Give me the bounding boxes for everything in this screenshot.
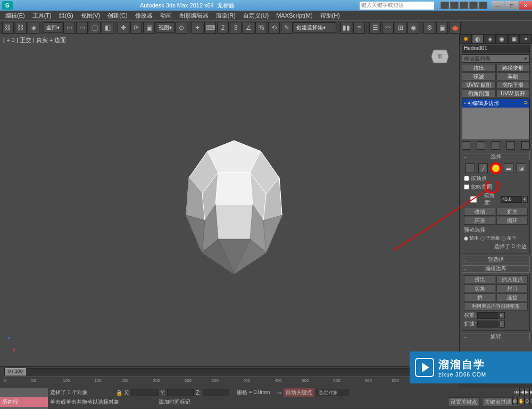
display-tab-icon[interactable]: ▣ <box>508 34 520 44</box>
radio-multi[interactable]: 多个 <box>502 235 517 242</box>
autokey-button[interactable]: 自动关键点 <box>284 388 314 397</box>
menu-item[interactable]: 编辑(E) <box>2 12 28 20</box>
extrude-button[interactable]: 挤出 <box>464 275 495 283</box>
menu-item[interactable]: 自定义(U) <box>240 12 272 20</box>
bridge-button[interactable]: 桥 <box>464 293 495 301</box>
preset-button[interactable]: 车削 <box>496 72 530 80</box>
object-name-field[interactable]: Hedra001 <box>462 45 530 53</box>
rollout-header[interactable]: 旋转 <box>462 333 530 340</box>
unique-icon[interactable] <box>492 141 500 150</box>
cap-button[interactable]: 封口 <box>496 284 528 292</box>
by-angle-checkbox[interactable] <box>464 196 483 203</box>
time-handle[interactable]: 0 / 100 <box>5 368 26 375</box>
motion-tab-icon[interactable]: ◉ <box>496 34 508 44</box>
shrink-button[interactable]: 收缩 <box>464 208 495 216</box>
selection-filter[interactable]: 全部 ▾ <box>44 22 62 33</box>
menu-item[interactable]: 图形编辑器 <box>176 12 212 20</box>
spinner-snap-icon[interactable]: ⟲ <box>268 22 280 34</box>
menu-item[interactable]: MAXScript(M) <box>273 12 315 19</box>
scale-icon[interactable]: ▣ <box>143 22 155 34</box>
render-frame-icon[interactable]: ▣ <box>436 22 448 34</box>
grow-button[interactable]: 扩大 <box>496 208 528 216</box>
y-field[interactable] <box>167 389 194 396</box>
next-frame-icon[interactable]: ▶ <box>529 388 533 396</box>
radio-disable[interactable]: 禁用 <box>464 235 479 242</box>
spinner-icon[interactable]: ▴ <box>523 196 528 203</box>
schematic-icon[interactable]: ⊞ <box>395 22 406 34</box>
qa-icon[interactable] <box>469 2 478 9</box>
percent-snap-icon[interactable]: % <box>255 22 267 34</box>
close-button[interactable]: ✕ <box>519 1 532 10</box>
crease-input[interactable] <box>477 321 498 328</box>
menu-item[interactable]: 动画 <box>157 12 175 20</box>
nav-icon[interactable]: ✋ <box>518 397 525 405</box>
hierarchy-tab-icon[interactable]: ◈ <box>484 34 496 44</box>
preset-button[interactable]: 噪波 <box>462 72 496 80</box>
preset-button[interactable]: 倒角剖面 <box>462 89 496 97</box>
config-icon[interactable] <box>521 141 530 150</box>
spinner-icon[interactable]: ▴ <box>500 321 505 328</box>
goto-start-icon[interactable]: ⏮ <box>514 388 520 396</box>
nav-icon[interactable]: ⊕ <box>512 397 518 405</box>
modifier-stack[interactable]: ▫ 可编辑多边形⊃ <box>462 99 530 140</box>
angle-input[interactable] <box>501 196 522 203</box>
modify-tab-icon[interactable]: ◐ <box>472 34 484 44</box>
remove-icon[interactable] <box>506 141 515 150</box>
menu-item[interactable]: 帮助(H) <box>317 12 343 20</box>
rotate-icon[interactable]: ⟳ <box>130 22 142 34</box>
maximize-button[interactable]: □ <box>505 1 518 10</box>
menu-item[interactable]: 创建(C) <box>104 12 130 20</box>
menu-item[interactable]: 修改器 <box>132 12 156 20</box>
preset-button[interactable]: UVW 贴图 <box>462 81 496 89</box>
qa-icon[interactable] <box>440 2 449 9</box>
time-ruler[interactable]: 050100150 200250300350 400450500550 6006… <box>4 377 455 386</box>
key-icon[interactable]: ⊸ <box>277 390 281 396</box>
create-shape-button[interactable]: 利用所选内容创建图形 <box>464 302 528 310</box>
select-icon[interactable]: ▭ <box>63 22 75 34</box>
select-name-icon[interactable]: ▭ <box>76 22 88 34</box>
polyhedron-mesh[interactable] <box>165 135 303 284</box>
setkey-button[interactable]: 设置关键点 <box>448 397 480 407</box>
insert-vertex-button[interactable]: 插入顶点 <box>496 275 528 283</box>
align-icon[interactable]: ≡ <box>353 22 365 34</box>
named-selection[interactable]: 创建选择集 ▾ <box>294 22 336 33</box>
link-icon[interactable]: ⛓ <box>2 22 14 34</box>
menu-item[interactable]: 视图(V) <box>78 12 104 20</box>
prev-frame-icon[interactable]: ◀ <box>520 388 525 396</box>
pin-stack-icon[interactable] <box>462 141 470 150</box>
viewport-label[interactable]: [ + 0 ] 正交 | 真实 + 边面 <box>3 36 66 44</box>
mirror-icon[interactable]: ▮▮ <box>340 22 352 34</box>
lock-icon[interactable]: 🔒 <box>116 390 122 396</box>
edge-icon[interactable]: ╱ <box>478 163 488 173</box>
by-vertex-checkbox[interactable]: 按顶点 <box>464 175 528 182</box>
radio-subobj[interactable]: 子对象 <box>480 235 500 242</box>
preset-button[interactable]: 路径变形 <box>496 64 530 72</box>
z-field[interactable] <box>203 389 229 396</box>
qa-icon[interactable] <box>479 2 487 9</box>
menu-item[interactable]: 组(G) <box>56 12 77 20</box>
connect-button[interactable]: 连接 <box>496 293 528 301</box>
preset-button[interactable]: 涡轮平滑 <box>496 81 530 89</box>
render-icon[interactable]: 🫖 <box>449 22 461 34</box>
viewcube[interactable]: 前 <box>428 44 452 67</box>
rollout-header[interactable]: 选择 <box>462 153 530 160</box>
menu-item[interactable]: 渲染(R) <box>213 12 239 20</box>
select-region-icon[interactable]: ▢ <box>89 22 101 34</box>
spinner-icon[interactable]: ▴ <box>500 312 505 319</box>
border-icon[interactable]: ⊃ <box>491 163 501 173</box>
angle-snap-icon[interactable]: ∠ <box>243 22 254 34</box>
qa-icon[interactable] <box>460 2 468 9</box>
material-icon[interactable]: ◉ <box>408 22 419 34</box>
time-slider[interactable]: 0 / 100 <box>4 368 455 375</box>
loop-button[interactable]: 循环 <box>496 217 528 225</box>
create-tab-icon[interactable]: ✺ <box>460 34 472 44</box>
menu-item[interactable]: 工具(T) <box>29 12 55 20</box>
unlink-icon[interactable]: ⛓ <box>15 22 27 34</box>
polygon-icon[interactable]: ▬ <box>504 163 513 173</box>
pivot-icon[interactable]: ⊙ <box>176 22 187 34</box>
minimize-button[interactable]: — <box>492 1 504 10</box>
layer-icon[interactable]: ☰ <box>369 22 381 34</box>
show-end-icon[interactable] <box>477 141 485 150</box>
help-search-input[interactable]: 键入关键字或短语 <box>360 2 434 10</box>
nav-icon[interactable]: ◲ <box>530 397 532 405</box>
